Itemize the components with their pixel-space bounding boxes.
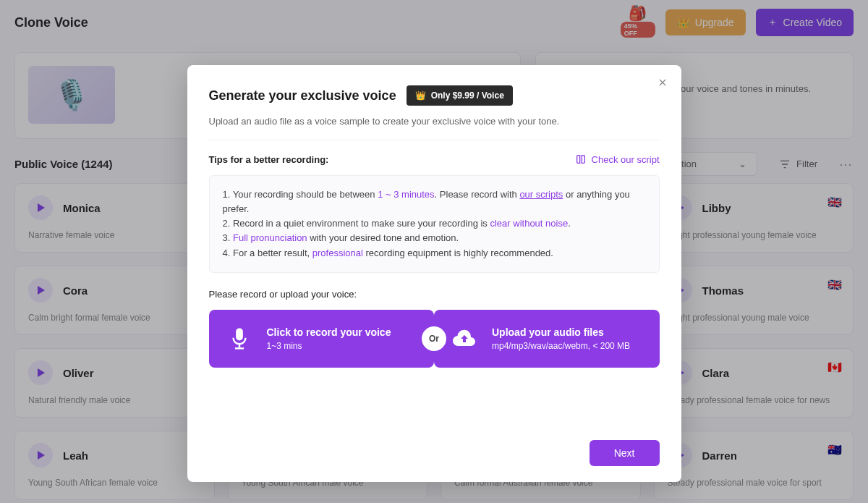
our-scripts-link[interactable]: our scripts — [519, 189, 563, 200]
tips-box: Your recording should be between 1 ~ 3 m… — [209, 175, 660, 273]
modal-header: Generate your exclusive voice 👑 Only $9.… — [209, 85, 660, 106]
modal-overlay: Generate your exclusive voice 👑 Only $9.… — [0, 0, 868, 503]
tips-label: Tips for a better recording: — [209, 154, 329, 165]
upload-audio-button[interactable]: Upload your audio files mp4/mp3/wav/aac/… — [434, 310, 660, 368]
upload-title: Upload your audio files — [492, 326, 630, 338]
action-row: Click to record your voice 1~3 mins Or U… — [209, 310, 660, 368]
crown-icon: 👑 — [415, 90, 426, 101]
upload-icon — [450, 324, 479, 353]
book-icon — [575, 153, 587, 165]
next-button[interactable]: Next — [590, 440, 660, 466]
tips-header: Tips for a better recording: Check our s… — [209, 153, 660, 165]
tip-2: Record in a quiet environment to make su… — [223, 216, 646, 231]
check-script-text: Check our script — [592, 154, 660, 165]
close-button[interactable] — [654, 74, 671, 91]
check-script-link[interactable]: Check our script — [575, 153, 660, 165]
record-title: Click to record your voice — [267, 326, 391, 338]
record-voice-button[interactable]: Click to record your voice 1~3 mins — [209, 310, 435, 368]
upload-sub: mp4/mp3/wav/aac/webm, < 200 MB — [492, 341, 630, 351]
tip-1: Your recording should be between 1 ~ 3 m… — [223, 187, 646, 216]
tip-3: Full pronunciation with your desired ton… — [223, 231, 646, 245]
tip-4: For a better result, professional record… — [223, 246, 646, 261]
modal-subtitle: Upload an audio file as a voice sample t… — [209, 116, 660, 127]
svg-rect-0 — [236, 328, 243, 340]
modal-footer: Next — [209, 440, 660, 466]
svg-rect-1 — [238, 344, 239, 347]
close-icon — [657, 77, 668, 88]
record-upload-label: Please record or upload your voice: — [209, 289, 660, 300]
modal-title: Generate your exclusive voice — [209, 88, 396, 103]
divider — [209, 140, 660, 140]
svg-rect-2 — [234, 347, 243, 349]
price-badge: 👑 Only $9.99 / Voice — [407, 85, 513, 106]
record-sub: 1~3 mins — [267, 341, 391, 351]
or-badge: Or — [423, 328, 445, 350]
generate-voice-modal: Generate your exclusive voice 👑 Only $9.… — [187, 65, 681, 482]
mic-icon — [225, 324, 254, 353]
price-text: Only $9.99 / Voice — [431, 90, 504, 101]
